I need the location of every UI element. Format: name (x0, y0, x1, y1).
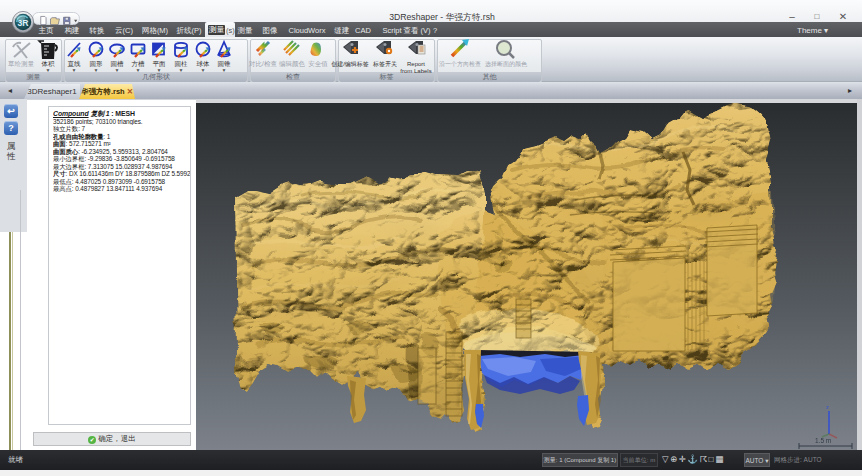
svg-text:体积: 体积 (42, 60, 56, 67)
svg-text:▼: ▼ (115, 67, 120, 73)
svg-text:from Labels: from Labels (400, 68, 431, 74)
svg-text:圆柱: 圆柱 (175, 60, 189, 67)
svg-text:1.5 m: 1.5 m (815, 437, 831, 444)
svg-text:直线: 直线 (68, 60, 82, 67)
svg-text:▼: ▼ (72, 67, 77, 73)
svg-text:▼: ▼ (201, 67, 206, 73)
svg-text:▼: ▼ (136, 67, 141, 73)
svg-text:▼: ▼ (222, 67, 227, 73)
svg-text:对比/检查: 对比/检查 (248, 60, 277, 67)
svg-text:▼: ▼ (46, 67, 51, 73)
svg-text:z: z (826, 404, 829, 410)
svg-text:编辑颜色: 编辑颜色 (279, 60, 306, 67)
svg-text:沿一个方向检查: 沿一个方向检查 (439, 60, 481, 68)
svg-text:Report: Report (407, 61, 425, 67)
svg-text:▼: ▼ (94, 67, 99, 73)
svg-text:平面: 平面 (153, 60, 167, 67)
svg-text:球体: 球体 (197, 60, 211, 67)
svg-text:安全值: 安全值 (308, 60, 328, 67)
svg-text:▼: ▼ (179, 67, 184, 73)
svg-text:标签开关: 标签开关 (372, 60, 397, 68)
svg-text:圆锥: 圆锥 (218, 60, 232, 67)
svg-text:选择断面的颜色: 选择断面的颜色 (485, 60, 528, 68)
svg-text:创建/编辑标签: 创建/编辑标签 (331, 61, 369, 68)
svg-text:▼: ▼ (157, 67, 162, 73)
svg-text:草绘测量: 草绘测量 (8, 60, 35, 68)
